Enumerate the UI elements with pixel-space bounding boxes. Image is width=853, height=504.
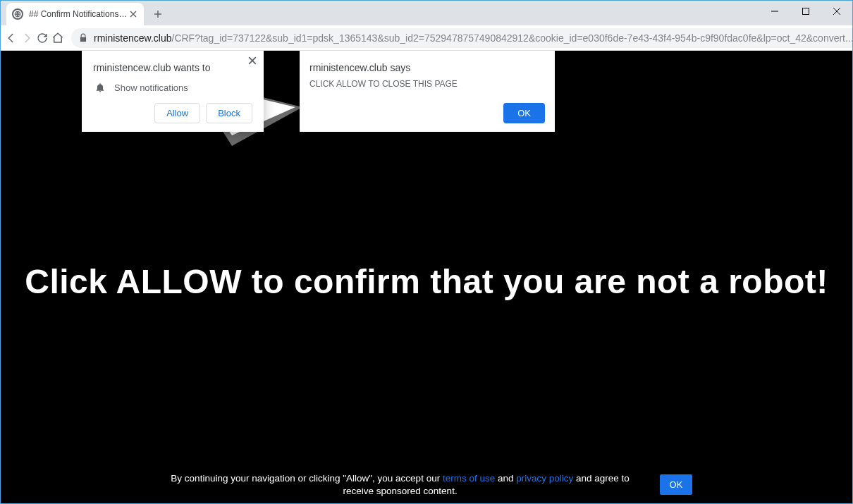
permission-item-label: Show notifications	[114, 82, 188, 93]
consent-text: By continuing your navigation or clickin…	[161, 472, 640, 498]
page-headline: Click ALLOW to confirm that you are not …	[1, 262, 852, 301]
address-bar[interactable]: rministencew.club/CRF?tag_id=737122&sub_…	[71, 28, 853, 48]
allow-button[interactable]: Allow	[154, 103, 200, 123]
home-button[interactable]	[51, 28, 64, 48]
alert-message: CLICK ALLOW TO CLOSE THIS PAGE	[309, 79, 545, 89]
block-button[interactable]: Block	[206, 103, 252, 123]
notification-permission-popup: rministencew.club wants to Show notifica…	[82, 51, 264, 132]
lock-icon	[78, 33, 88, 43]
url-text: rministencew.club/CRF?tag_id=737122&sub_…	[94, 32, 853, 44]
alert-title: rministencew.club says	[309, 62, 545, 73]
window-controls	[759, 1, 852, 22]
page-content: rministencew.club wants to Show notifica…	[1, 51, 852, 503]
alert-ok-button[interactable]: OK	[503, 103, 545, 123]
back-button[interactable]	[5, 28, 18, 48]
globe-icon	[12, 8, 23, 20]
consent-ok-button[interactable]: OK	[660, 474, 693, 495]
bell-icon	[94, 82, 106, 93]
url-host: rministencew.club	[94, 32, 172, 44]
terms-link[interactable]: terms of use	[443, 473, 495, 484]
minimize-button[interactable]	[759, 1, 790, 22]
window-titlebar: ## Confirm Notifications ##	[1, 1, 852, 25]
url-path: /CRF?tag_id=737122&sub_id1=pdsk_1365143&…	[172, 32, 854, 44]
browser-toolbar: rministencew.club/CRF?tag_id=737122&sub_…	[1, 25, 852, 51]
permission-title: rministencew.club wants to	[93, 62, 252, 73]
javascript-alert-popup: rministencew.club says CLICK ALLOW TO CL…	[300, 51, 555, 132]
new-tab-button[interactable]	[148, 4, 168, 24]
svg-rect-1	[803, 8, 809, 15]
reload-button[interactable]	[36, 28, 49, 48]
forward-button[interactable]	[20, 28, 33, 48]
privacy-link[interactable]: privacy policy	[516, 473, 573, 484]
browser-tab[interactable]: ## Confirm Notifications ##	[6, 3, 144, 25]
permission-item: Show notifications	[94, 82, 252, 93]
tab-title: ## Confirm Notifications ##	[29, 9, 128, 19]
close-window-button[interactable]	[821, 1, 852, 22]
consent-pre: By continuing your navigation or clickin…	[171, 473, 443, 484]
consent-footer: By continuing your navigation or clickin…	[1, 472, 852, 498]
consent-and: and	[495, 473, 516, 484]
close-icon[interactable]	[248, 56, 257, 65]
maximize-button[interactable]	[790, 1, 821, 22]
close-icon[interactable]	[128, 9, 138, 19]
